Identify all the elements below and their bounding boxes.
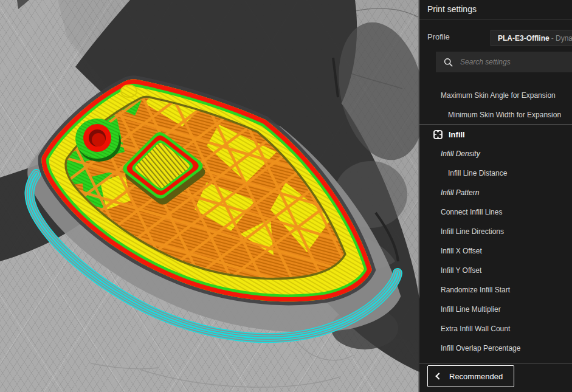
setting-item-minimum-skin-width-for-expansion[interactable]: Minimum Skin Width for Expansion [419,105,572,125]
search-input[interactable] [459,57,572,67]
recommended-label: Recommended [449,372,503,381]
print-settings-panel: Print settings Profile PLA-E3-Offline - … [419,0,572,392]
search-box[interactable] [436,52,572,72]
setting-item-infill-x-offset[interactable]: Infill X Offset [419,241,572,261]
setting-item-connect-infill-lines[interactable]: Connect Infill Lines [419,202,572,222]
footer-divider [419,363,572,363]
recommended-button[interactable]: Recommended [427,365,514,387]
setting-item-infill-line-distance[interactable]: Infill Line Distance [419,163,572,183]
settings-list: Maximum Skin Angle for ExpansionMinimum … [419,86,572,358]
3d-viewport[interactable] [0,0,419,392]
category-label: Infill [449,130,465,139]
setting-item-infill-line-directions[interactable]: Infill Line Directions [419,222,572,241]
profile-dropdown[interactable]: PLA-E3-Offline - Dynam [491,30,572,46]
setting-item-extra-infill-wall-count[interactable]: Extra Infill Wall Count [419,319,572,339]
cura-window: Print settings Profile PLA-E3-Offline - … [0,0,572,392]
setting-item-infill-pattern[interactable]: Infill Pattern [419,183,572,202]
chevron-left-icon [435,373,442,379]
layer-preview-scene [0,0,419,392]
setting-item-infill-line-multiplier[interactable]: Infill Line Multiplier [419,300,572,319]
profile-value-suffix: - Dynam [551,34,572,43]
setting-item-randomize-infill-start[interactable]: Randomize Infill Start [419,280,572,300]
setting-item-infill-y-offset[interactable]: Infill Y Offset [419,261,572,280]
setting-item-infill-density[interactable]: Infill Density [419,144,572,163]
corner-skin-blob [121,85,137,97]
panel-title: Print settings [427,4,477,14]
profile-label: Profile [427,32,450,41]
setting-item-infill-overlap-percentage[interactable]: Infill Overlap Percentage [419,339,572,358]
setting-item-maximum-skin-angle-for-expansion[interactable]: Maximum Skin Angle for Expansion [419,86,572,105]
profile-value: PLA-E3-Offline [498,34,550,43]
search-icon [444,58,453,67]
settings-category-infill[interactable]: Infill [419,125,572,144]
infill-category-icon [433,130,443,139]
panel-header: Print settings [419,0,572,19]
